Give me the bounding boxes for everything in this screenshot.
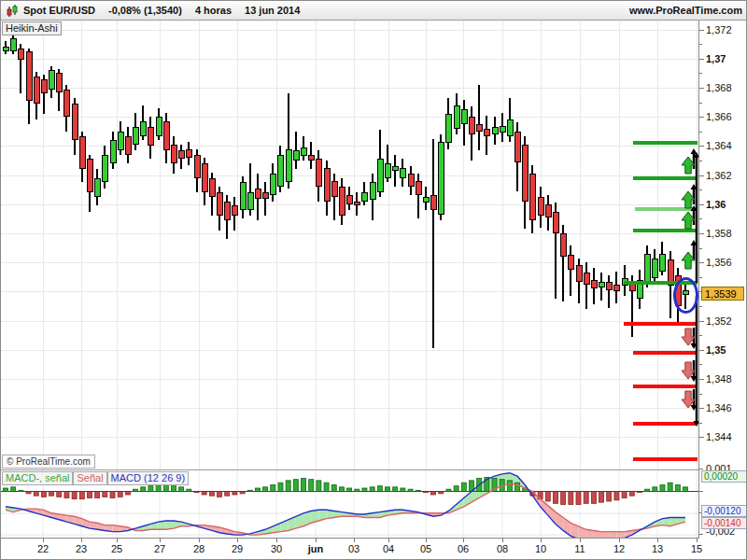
date-gridline [463,21,464,469]
price-axis[interactable]: 1,3539 1,3721,371,3681,3661,3641,3621,36… [698,21,747,539]
candle-body [514,132,521,162]
time-label: 12 [606,543,632,554]
site-link[interactable]: www.ProRealTime.com [629,5,742,16]
price-gridline [1,30,698,31]
support-line [633,457,698,461]
macd-histogram-bar [607,492,612,501]
price-gridline [1,146,698,147]
time-label: 23 [68,543,94,554]
macd-histogram-bar [584,492,588,504]
date-gridline [354,21,355,469]
candle-body [408,174,415,187]
candle-body [262,192,269,198]
time-tick [237,539,238,542]
candle-body [140,121,147,136]
macd-params-tab[interactable]: MACD (12 26 9) [107,471,189,485]
macd-histogram-bar [416,490,420,491]
candle-body [255,189,261,199]
symbol-label[interactable]: Spot EUR/USD [23,5,95,16]
macd-histogram-bar [233,492,237,495]
candle-wick [432,139,434,349]
candle-body [416,181,422,196]
candle-body [560,233,567,257]
highlight-ellipse [673,277,698,314]
macd-histogram-bar [293,480,298,492]
candle-body [522,145,529,202]
candle-body [339,187,345,216]
macd-value-badge: -0,00120 [701,505,747,517]
macd-senal-tab[interactable]: MACD-, señal [2,471,73,485]
macd-histogram-bar [355,489,359,491]
candle-body [538,197,544,216]
candle-body [286,149,292,183]
date-gridline [657,21,658,469]
time-label: 29 [224,543,250,554]
macd-value-badge: 0,00020 [701,470,747,483]
macd-histogram-bar [653,487,657,492]
macd-histogram-bar [507,481,512,492]
macd-histogram-bar [362,488,367,491]
price-label: 1,366 [706,111,732,122]
price-tick [699,350,704,351]
time-label: 06 [450,543,476,554]
macd-histogram-bar [561,492,566,505]
price-minor-tick [699,306,702,307]
macd-histogram-bar [118,492,122,497]
change-label: -0,08% (1,3540) [108,5,182,16]
macd-histogram-bar [675,485,680,492]
time-tick [541,539,542,542]
price-minor-tick [699,277,702,278]
time-tick [81,539,82,542]
date-gridline [388,21,389,469]
macd-panel-surface[interactable]: MACD-, señal Señal MACD (12 26 9) [1,469,698,539]
price-minor-tick [699,218,702,219]
time-label: 11 [567,543,593,554]
price-label: 1,36 [706,199,726,210]
price-tick [699,437,704,438]
candle-body [354,202,360,206]
macd-histogram-bar [271,485,275,492]
price-label: 1,344 [706,431,732,442]
candle-wick [394,155,396,187]
price-gridline [1,117,698,118]
candle-body [423,197,430,203]
candle-body [392,166,399,171]
price-minor-tick [699,248,702,249]
candle-body [316,159,322,187]
resistance-line [633,141,698,145]
time-axis[interactable]: 22232527282930jun03040506081011121315 [1,539,747,560]
candle-body [361,192,368,201]
resistance-line [635,207,698,211]
time-label: 25 [104,543,130,554]
candle-body [454,105,460,129]
price-chart-surface[interactable] [1,21,698,469]
support-line [633,422,698,426]
candle-body [72,104,78,140]
senal-tab[interactable]: Señal [73,471,106,485]
macd-histogram-bar [339,487,344,492]
macd-histogram-bar [553,492,557,504]
price-label: 1,364 [706,140,732,151]
time-tick [117,539,118,542]
macd-histogram-bar [309,480,314,492]
macd-histogram-bar [324,483,329,491]
candle-body [240,182,247,210]
macd-histogram-bar [302,479,306,492]
candle-body [377,159,384,192]
candle-body [133,127,139,145]
date-gridline [541,21,542,469]
macd-histogram-bar [110,492,115,498]
macd-histogram-bar [401,488,405,491]
price-tick [699,117,704,118]
macd-histogram-bar [34,492,38,497]
macd-legend: MACD-, señal Señal MACD (12 26 9) [2,471,189,485]
candle-body [301,147,307,156]
candle-body [400,168,406,178]
macd-histogram-bar [286,481,290,492]
macd-histogram-bar [218,492,222,497]
macd-histogram-bar [187,489,191,491]
heikin-ashi-tab[interactable]: Heikin-Ashi [2,21,62,35]
price-gridline [1,408,698,409]
price-label: 1,348 [706,373,732,385]
timeframe-label[interactable]: 4 horas [195,5,232,16]
